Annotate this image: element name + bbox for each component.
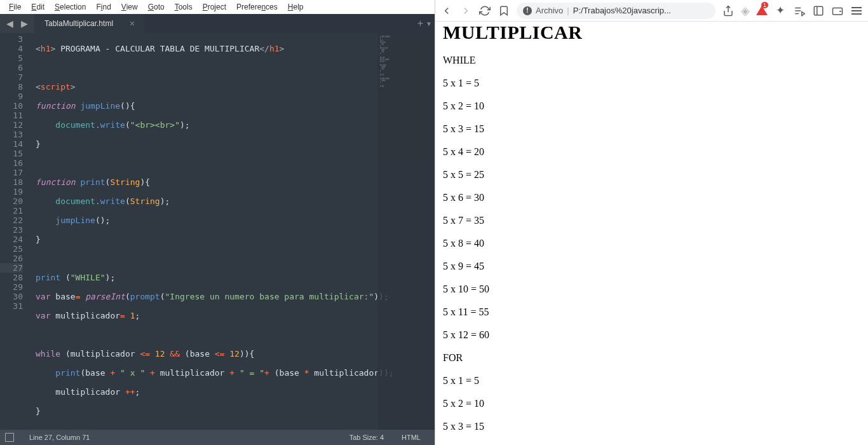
menu-find[interactable]: Find: [91, 3, 116, 11]
panel-icon[interactable]: [5, 433, 14, 442]
svg-rect-4: [814, 6, 823, 15]
tab-active[interactable]: TablaMultiplicar.html ×: [34, 14, 145, 33]
tab-title: TablaMultiplicar.html: [44, 19, 113, 28]
table-row: 5 x 8 = 40: [443, 238, 860, 249]
section-for: FOR: [443, 352, 860, 364]
scheme-label: Archivo: [536, 6, 563, 15]
table-row: 5 x 1 = 5: [443, 375, 860, 387]
tab-bar: ◀ ▶ TablaMultiplicar.html × + ▼: [0, 14, 435, 33]
table-row: 5 x 5 = 25: [443, 169, 860, 181]
reload-icon[interactable]: [478, 5, 491, 17]
table-row: 5 x 10 = 50: [443, 284, 860, 295]
browser-content[interactable]: MULTIPLICAR WHILE 5 x 1 = 5 5 x 2 = 10 5…: [435, 22, 868, 445]
section-while: WHILE: [443, 55, 860, 66]
menu-bar: File Edit Selection Find View Goto Tools…: [0, 0, 435, 14]
nav-forward-icon[interactable]: ▶: [17, 18, 32, 29]
table-row: 5 x 1 = 5: [443, 78, 860, 89]
menu-help[interactable]: Help: [283, 3, 309, 11]
browser-toolbar: ! Archivo | P:/Trabajos%20javascrip... ◈…: [435, 0, 868, 22]
table-row: 5 x 6 = 30: [443, 192, 860, 203]
brave-rewards-icon[interactable]: 1: [756, 6, 768, 15]
forward-icon[interactable]: [459, 5, 472, 17]
code-content[interactable]: <h1> PROGRAMA - CALCULAR TABLA DE MULTIP…: [31, 33, 435, 430]
tab-size[interactable]: Tab Size: 4: [349, 434, 384, 441]
editor-pane: File Edit Selection Find View Goto Tools…: [0, 0, 435, 445]
minimap[interactable]: █ ████ ████████ █████ ███ ███████ ██ ███…: [377, 33, 435, 430]
page-title: MULTIPLICAR: [443, 22, 860, 43]
brave-shield-icon[interactable]: ◈: [741, 4, 750, 18]
tab-menu-icon[interactable]: ▼: [426, 20, 432, 27]
sidebar-icon[interactable]: [812, 5, 825, 17]
table-row: 5 x 4 = 20: [443, 146, 860, 158]
table-row: 5 x 11 = 55: [443, 306, 860, 318]
svg-marker-3: [802, 11, 805, 15]
table-row: 5 x 7 = 35: [443, 215, 860, 226]
menu-tools[interactable]: Tools: [170, 3, 198, 11]
table-row: 5 x 9 = 45: [443, 261, 860, 272]
line-gutter: 3456789101112131415161718192021222324252…: [0, 33, 31, 430]
table-row: 5 x 3 = 15: [443, 421, 860, 432]
menu-icon[interactable]: [850, 7, 863, 15]
url-text: P:/Trabajos%20javascrip...: [573, 6, 671, 15]
menu-selection[interactable]: Selection: [50, 3, 91, 11]
menu-preferences[interactable]: Preferences: [231, 3, 283, 11]
file-scheme-icon: !: [523, 6, 532, 15]
menu-project[interactable]: Project: [198, 3, 231, 11]
menu-goto[interactable]: Goto: [143, 3, 170, 11]
menu-view[interactable]: View: [116, 3, 143, 11]
table-row: 5 x 12 = 60: [443, 329, 860, 341]
address-bar[interactable]: ! Archivo | P:/Trabajos%20javascrip...: [517, 3, 715, 19]
playlist-icon[interactable]: [793, 5, 806, 17]
nav-back-icon[interactable]: ◀: [3, 18, 17, 29]
close-icon[interactable]: ×: [130, 18, 135, 29]
back-icon[interactable]: [440, 5, 453, 17]
code-editor[interactable]: 3456789101112131415161718192021222324252…: [0, 33, 435, 430]
browser-pane: ! Archivo | P:/Trabajos%20javascrip... ◈…: [435, 0, 868, 445]
table-row: 5 x 2 = 10: [443, 398, 860, 409]
table-row: 5 x 3 = 15: [443, 123, 860, 135]
status-bar: Line 27, Column 71 Tab Size: 4 HTML: [0, 430, 435, 445]
table-row: 5 x 2 = 10: [443, 100, 860, 112]
syntax-mode[interactable]: HTML: [402, 434, 421, 441]
menu-edit[interactable]: Edit: [26, 3, 50, 11]
menu-file[interactable]: File: [4, 3, 26, 11]
bookmark-icon[interactable]: [498, 5, 510, 17]
new-tab-icon[interactable]: +: [417, 18, 423, 29]
share-icon[interactable]: [722, 5, 735, 17]
extensions-icon[interactable]: ✦: [774, 4, 787, 17]
wallet-icon[interactable]: [831, 5, 844, 17]
cursor-position[interactable]: Line 27, Column 71: [29, 434, 90, 441]
